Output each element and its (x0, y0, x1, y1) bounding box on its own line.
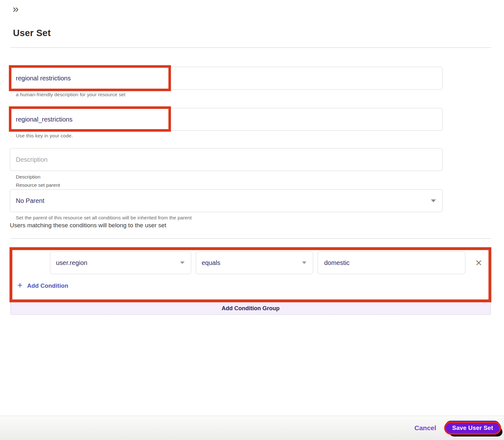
close-icon: ✕ (475, 259, 482, 267)
conditions-intro-text: Users matching these conditions will bel… (10, 222, 166, 229)
parent-helper-text: Set the parent of this resource set all … (16, 215, 192, 221)
save-user-set-button[interactable]: Save User Set (444, 421, 501, 435)
chevron-down-icon (302, 261, 306, 264)
description-field (10, 148, 443, 171)
condition-attribute-select[interactable]: user.region (50, 251, 191, 274)
cancel-button[interactable]: Cancel (414, 424, 436, 432)
condition-operator-value: equals (202, 259, 220, 267)
description-input[interactable] (10, 148, 442, 171)
user-set-form-page: » User Set a human-friendly description … (0, 0, 504, 440)
chevron-down-icon (431, 199, 436, 202)
header-divider (10, 47, 491, 48)
chevron-down-icon (180, 261, 185, 264)
parent-select[interactable]: No Parent (10, 189, 443, 212)
condition-operator-select[interactable]: equals (196, 251, 313, 274)
condition-attribute-value: user.region (56, 259, 87, 267)
add-condition-group-button[interactable]: Add Condition Group (10, 302, 491, 315)
plus-icon: + (17, 281, 22, 290)
collapse-sidebar-icon[interactable]: » (13, 3, 19, 14)
name-field (10, 67, 443, 90)
key-helper-text: Use this key in your code. (16, 133, 73, 139)
name-helper-text: a human-friendly description for your re… (16, 92, 125, 97)
description-label: Description (16, 174, 41, 180)
page-title: User Set (13, 28, 51, 38)
key-input[interactable] (10, 108, 442, 130)
key-field (10, 108, 443, 131)
parent-select-value: No Parent (16, 197, 44, 204)
name-input[interactable] (10, 67, 442, 89)
remove-condition-button[interactable]: ✕ (473, 257, 484, 269)
add-condition-label: Add Condition (27, 282, 68, 289)
conditions-divider (10, 238, 491, 239)
resource-set-parent-label: Resource set parent (16, 182, 60, 188)
add-condition-button[interactable]: + Add Condition (17, 282, 68, 290)
condition-value-input[interactable] (318, 252, 465, 274)
condition-value-field (318, 251, 465, 274)
